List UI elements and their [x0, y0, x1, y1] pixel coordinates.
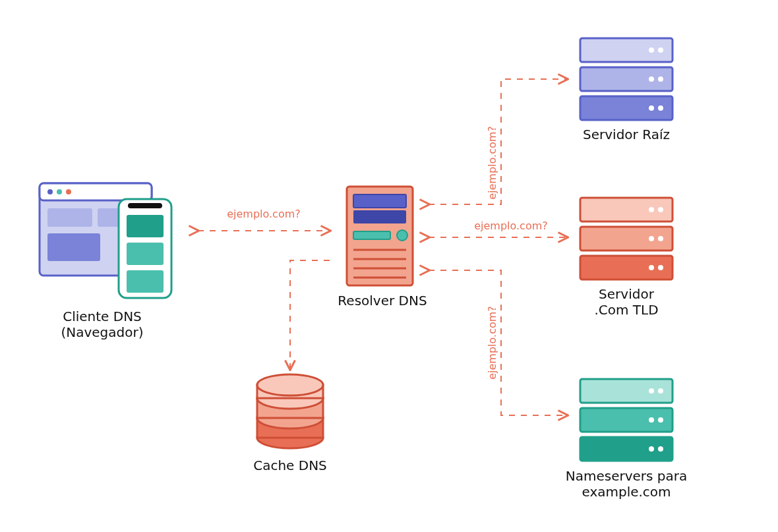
svg-point-52: [649, 417, 654, 423]
svg-point-4: [66, 189, 71, 194]
query-label-ns: ejemplo.com?: [486, 306, 498, 380]
svg-point-30: [658, 47, 663, 53]
client-node: [40, 183, 171, 298]
svg-rect-16: [353, 231, 390, 239]
svg-point-48: [658, 388, 663, 394]
query-label-client: ejemplo.com?: [227, 208, 301, 220]
svg-point-49: [649, 388, 654, 394]
svg-point-51: [658, 417, 663, 423]
svg-point-37: [649, 105, 654, 111]
svg-point-33: [658, 76, 663, 82]
svg-point-40: [649, 207, 654, 212]
root-node: [580, 38, 673, 120]
svg-rect-9: [128, 203, 162, 208]
svg-point-39: [658, 207, 663, 212]
svg-point-54: [658, 446, 663, 452]
tld-node: [580, 198, 673, 280]
svg-rect-14: [353, 194, 406, 208]
resolver-node: [347, 187, 413, 285]
svg-point-36: [658, 105, 663, 111]
svg-rect-1: [40, 183, 152, 200]
svg-rect-10: [127, 215, 164, 237]
svg-point-31: [649, 47, 654, 53]
query-label-root: ejemplo.com?: [486, 126, 498, 200]
svg-point-42: [658, 236, 663, 241]
cache-node: [257, 374, 323, 448]
svg-point-28: [257, 374, 323, 396]
svg-point-46: [649, 265, 654, 270]
svg-point-45: [658, 265, 663, 270]
svg-rect-15: [353, 210, 406, 223]
query-label-tld: ejemplo.com?: [474, 220, 548, 232]
edge-resolver-cache: [290, 260, 330, 369]
svg-point-34: [649, 76, 654, 82]
ns-node: [580, 379, 673, 461]
svg-point-3: [57, 189, 62, 194]
svg-point-43: [649, 236, 654, 241]
svg-rect-7: [47, 233, 100, 261]
svg-rect-11: [127, 243, 164, 265]
svg-rect-5: [47, 208, 92, 227]
svg-point-17: [397, 230, 407, 241]
svg-rect-12: [127, 270, 164, 293]
svg-point-55: [649, 446, 654, 452]
svg-point-2: [47, 189, 53, 194]
